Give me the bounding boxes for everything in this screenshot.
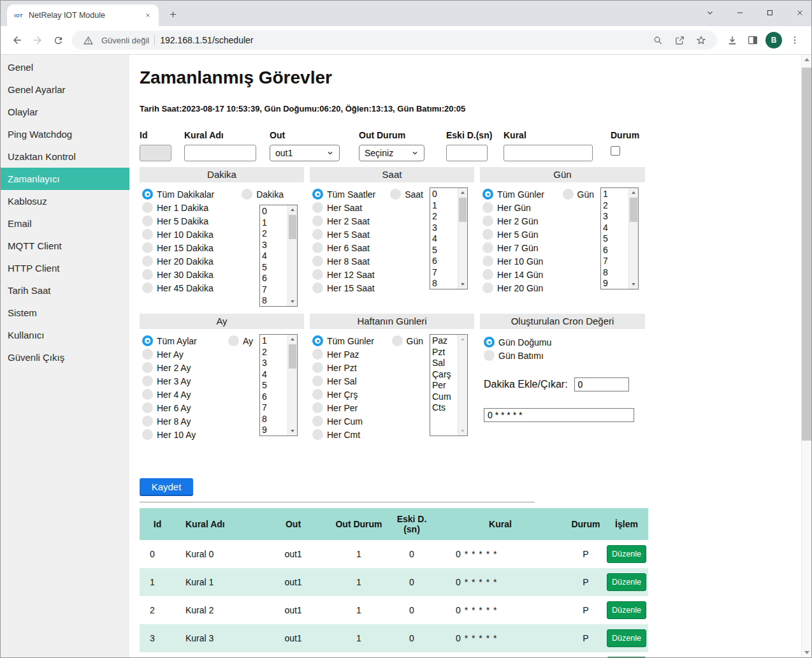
download-icon[interactable] xyxy=(722,30,743,50)
listbox-option[interactable]: 8 xyxy=(262,295,287,306)
minute-option[interactable]: Her 20 Dakika xyxy=(142,254,242,268)
sidebar-item[interactable]: Genel xyxy=(1,56,129,78)
listbox-option[interactable]: 2 xyxy=(432,211,458,223)
listbox-option[interactable]: 6 xyxy=(262,391,287,403)
scrollbar-thumb[interactable] xyxy=(630,198,637,222)
sidebar-item[interactable]: Genel Ayarlar xyxy=(1,78,129,101)
weekday-option[interactable]: Her Cmt xyxy=(312,428,392,441)
sidebar-item[interactable]: Kablosuz xyxy=(1,190,129,212)
search-icon[interactable] xyxy=(649,32,666,48)
month-option[interactable]: Tüm Aylar xyxy=(142,334,228,347)
minute-offset-field[interactable] xyxy=(574,377,629,391)
scrollbar-thumb[interactable] xyxy=(289,215,296,239)
hour-list-option[interactable]: Saat xyxy=(390,187,423,201)
listbox-option[interactable]: 9 xyxy=(603,278,628,289)
listbox-option[interactable]: Cum xyxy=(432,391,458,403)
listbox-option[interactable]: 0 xyxy=(432,189,458,200)
scroll-up-icon[interactable] xyxy=(802,55,811,64)
cron-value-field[interactable] xyxy=(484,408,634,422)
day-option[interactable]: Her 7 Gün xyxy=(482,241,563,254)
listbox-option[interactable]: 3 xyxy=(603,211,628,223)
sidebar-item[interactable]: Uzaktan Kontrol xyxy=(1,145,129,168)
listbox-option[interactable]: 8 xyxy=(432,278,458,289)
cron-option[interactable]: Gün Doğumu xyxy=(484,335,639,349)
sidebar-item[interactable]: Kullanıcı xyxy=(1,324,129,346)
listbox-option[interactable]: 3 xyxy=(262,358,287,369)
day-option[interactable]: Her 5 Gün xyxy=(482,228,563,241)
forward-icon[interactable] xyxy=(27,30,48,50)
listbox-option[interactable]: 6 xyxy=(432,256,458,267)
hour-option[interactable]: Her 8 Saat xyxy=(312,254,390,268)
listbox-option[interactable]: 5 xyxy=(262,380,287,391)
month-option[interactable]: Her Ay xyxy=(142,347,228,361)
scroll-up-icon[interactable] xyxy=(288,335,297,344)
minute-option[interactable]: Her 10 Dakika xyxy=(142,228,242,241)
listbox-option[interactable]: Pzt xyxy=(432,347,458,358)
day-list-option[interactable]: Gün xyxy=(563,187,594,201)
scroll-down-icon[interactable] xyxy=(802,648,811,657)
weekday-option[interactable]: Her Paz xyxy=(312,347,392,361)
tab-close-icon[interactable] xyxy=(142,10,154,21)
security-label[interactable]: Güvenli değil xyxy=(101,36,149,45)
sidebar-item[interactable]: Güvenli Çıkış xyxy=(1,346,129,369)
listbox-scrollbar[interactable] xyxy=(458,335,467,435)
page-scrollbar[interactable] xyxy=(801,55,811,657)
month-option[interactable]: Her 3 Ay xyxy=(142,374,228,388)
sidebar-item[interactable]: Email xyxy=(1,212,129,235)
cron-option[interactable]: Gün Batımı xyxy=(484,349,639,362)
old-delay-field[interactable] xyxy=(446,145,488,161)
listbox-option[interactable]: 7 xyxy=(603,256,628,267)
scroll-up-icon[interactable] xyxy=(458,335,467,344)
scroll-down-icon[interactable] xyxy=(458,427,467,435)
browser-tab[interactable]: IOT NetRelay IOT Module xyxy=(7,4,159,26)
out-state-select[interactable]: Seçiniz xyxy=(359,145,424,161)
listbox-option[interactable]: 3 xyxy=(432,223,458,234)
minute-list-option[interactable]: Dakika xyxy=(242,187,284,201)
month-option[interactable]: Her 4 Ay xyxy=(142,388,228,401)
listbox-option[interactable]: 7 xyxy=(262,402,287,414)
listbox-scrollbar[interactable] xyxy=(287,335,297,435)
scrollbar-thumb[interactable] xyxy=(289,344,296,369)
address-bar[interactable]: Güvenli değil 192.168.1.51/scheduler xyxy=(72,31,717,50)
state-checkbox[interactable] xyxy=(611,146,620,156)
listbox-option[interactable]: 4 xyxy=(603,223,628,234)
scroll-down-icon[interactable] xyxy=(458,280,467,289)
sidebar-item[interactable]: MQTT Client xyxy=(1,235,129,257)
window-close-button[interactable] xyxy=(795,8,805,18)
window-minimize-button[interactable] xyxy=(735,8,745,18)
sidebar-item[interactable]: Ping Watchdog xyxy=(1,123,129,145)
listbox-option[interactable]: 0 xyxy=(262,206,287,217)
weekday-option[interactable]: Her Pzt xyxy=(312,361,392,374)
hour-option[interactable]: Her 6 Saat xyxy=(312,241,390,254)
hour-option[interactable]: Her 5 Saat xyxy=(312,228,390,241)
day-option[interactable]: Tüm Günler xyxy=(482,187,563,201)
hour-option[interactable]: Her 2 Saat xyxy=(312,214,390,228)
listbox-option[interactable]: 8 xyxy=(262,414,287,425)
scroll-up-icon[interactable] xyxy=(288,205,297,214)
listbox-option[interactable]: 5 xyxy=(432,245,458,256)
sidebar-item[interactable]: Tarih Saat xyxy=(1,279,129,302)
day-listbox[interactable]: 12345678910 xyxy=(600,187,639,289)
rule-name-field[interactable] xyxy=(184,145,256,161)
edit-button[interactable] xyxy=(607,657,646,657)
listbox-option[interactable]: Per xyxy=(432,380,458,391)
back-icon[interactable] xyxy=(7,30,27,50)
side-panel-icon[interactable] xyxy=(743,30,763,50)
listbox-option[interactable]: 5 xyxy=(603,233,628,245)
hour-option[interactable]: Her Saat xyxy=(312,201,390,214)
day-option[interactable]: Her 20 Gün xyxy=(482,281,563,295)
minute-option[interactable]: Her 15 Dakika xyxy=(142,241,242,254)
edit-button[interactable]: Düzenle xyxy=(607,573,646,591)
minute-listbox[interactable]: 0123456789 xyxy=(259,205,298,307)
minute-option[interactable]: Her 45 Dakika xyxy=(142,281,242,295)
scrollbar-thumb[interactable] xyxy=(802,68,811,441)
listbox-option[interactable]: 6 xyxy=(262,273,287,284)
listbox-option[interactable]: 7 xyxy=(262,284,287,296)
out-select[interactable]: out1 xyxy=(270,145,340,161)
listbox-option[interactable]: Cts xyxy=(432,402,458,414)
scroll-up-icon[interactable] xyxy=(629,188,638,197)
minute-option[interactable]: Her 5 Dakika xyxy=(142,214,242,228)
scroll-down-icon[interactable] xyxy=(629,280,638,289)
edit-button[interactable]: Düzenle xyxy=(607,601,646,619)
hour-option[interactable]: Her 12 Saat xyxy=(312,268,390,281)
